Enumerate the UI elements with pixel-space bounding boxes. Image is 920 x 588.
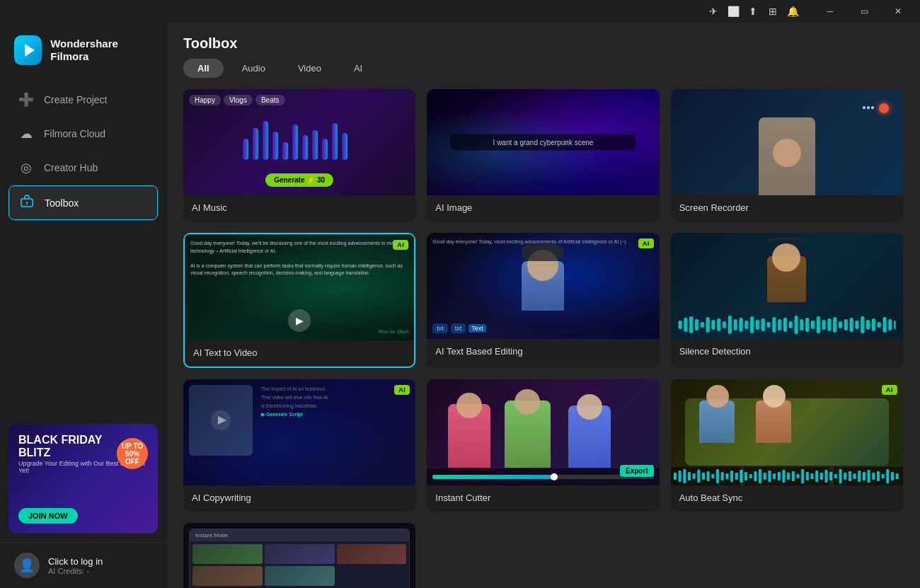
svg-rect-47 (861, 316, 864, 333)
svg-rect-48 (866, 320, 870, 330)
tool-thumb-silence-detection (671, 233, 903, 339)
tool-card-ai-music[interactable]: Happy Vlogs Beats (183, 89, 415, 221)
svg-rect-26 (744, 321, 748, 329)
filter-audio[interactable]: Audio (228, 59, 280, 78)
tag-happy: Happy (189, 95, 221, 105)
svg-rect-99 (877, 471, 880, 481)
music-visual (236, 117, 363, 174)
cyberpunk-prompt: I want a grand cyberpunk scene (450, 134, 636, 151)
svg-rect-67 (725, 473, 728, 479)
tool-card-ai-text-to-video[interactable]: AI Good day everyone! Today, we'll be di… (183, 233, 415, 368)
sidebar-item-create-project[interactable]: ➕ Create Project (8, 83, 158, 116)
cloud-icon[interactable]: ⬆ (746, 4, 760, 18)
svg-rect-39 (816, 316, 820, 333)
tool-thumb-ai-image: I want a grand cyberpunk scene (427, 89, 659, 195)
tool-label-screen-recorder: Screen Recorder (671, 195, 903, 221)
svg-rect-62 (702, 473, 705, 480)
svg-rect-32 (778, 319, 781, 330)
svg-rect-93 (849, 471, 851, 481)
close-button[interactable]: ✕ (882, 0, 914, 23)
tool-card-silence-detection[interactable]: Silence Detection (671, 233, 903, 368)
page-title: Toolbox (166, 23, 920, 59)
export-button: Export (620, 465, 654, 477)
svg-rect-37 (805, 318, 809, 332)
svg-rect-101 (886, 469, 889, 483)
svg-rect-23 (728, 316, 732, 334)
svg-rect-52 (888, 319, 892, 330)
ai-badge: AI (882, 385, 897, 395)
tool-thumb-instant-cutter: Export (427, 379, 659, 485)
svg-rect-38 (811, 321, 815, 329)
svg-rect-85 (810, 473, 813, 479)
svg-rect-30 (766, 322, 770, 328)
filter-all[interactable]: All (183, 59, 224, 78)
tag-vlogs: Vlogs (224, 95, 253, 105)
tool-card-screen-recorder[interactable]: ●●● Screen Recorder (671, 89, 903, 221)
sidebar-item-label: Creator Hub (44, 162, 98, 173)
svg-rect-95 (858, 471, 861, 482)
sidebar-user[interactable]: 👤 Click to log in AI Credits: - (0, 542, 166, 588)
svg-rect-12 (332, 123, 338, 160)
svg-rect-9 (302, 135, 308, 160)
svg-rect-58 (683, 469, 686, 483)
svg-rect-87 (820, 473, 823, 480)
music-tags: Happy Vlogs Beats (189, 95, 285, 105)
svg-rect-66 (720, 472, 723, 480)
filter-video[interactable]: Video (284, 59, 335, 78)
svg-rect-77 (773, 473, 776, 479)
tool-card-instant-cutter[interactable]: Export Instant Cutter (427, 379, 659, 512)
instant-mode-title-bar: Instant Mode (190, 529, 409, 541)
svg-rect-40 (822, 320, 825, 330)
tool-card-instant-mode[interactable]: Instant Mode Instant Mode (183, 523, 415, 588)
filter-ai[interactable]: AI (340, 59, 376, 78)
message-icon[interactable]: ⬜ (726, 4, 740, 18)
minimize-button[interactable]: ─ (814, 0, 846, 23)
black-friday-ad[interactable]: BLACK FRIDAY BLITZ Upgrade Your Editing … (8, 424, 158, 534)
svg-rect-42 (833, 317, 836, 333)
tool-card-auto-beat-sync[interactable]: AI (671, 379, 903, 512)
svg-rect-86 (815, 471, 818, 482)
cloud-nav-icon: ☁ (18, 126, 34, 142)
tool-card-ai-image[interactable]: I want a grand cyberpunk scene AI Image (427, 89, 659, 221)
copy-video-box (189, 385, 253, 456)
instant-mode-thumb-2 (265, 544, 335, 564)
tool-label-ai-music: AI Music (183, 195, 415, 221)
svg-rect-90 (834, 474, 837, 478)
svg-rect-102 (891, 472, 894, 480)
svg-rect-22 (723, 321, 726, 328)
svg-rect-82 (796, 474, 799, 478)
sidebar-item-toolbox[interactable]: Toolbox (8, 185, 158, 220)
tag-beats: Beats (255, 95, 285, 105)
svg-rect-24 (733, 319, 737, 330)
user-avatar: 👤 (14, 553, 40, 578)
svg-rect-56 (674, 473, 677, 480)
svg-rect-94 (853, 473, 856, 479)
svg-rect-68 (730, 471, 733, 482)
sidebar-item-filmora-cloud[interactable]: ☁ Filmora Cloud (8, 117, 158, 150)
maximize-button[interactable]: ▭ (848, 0, 880, 23)
svg-rect-19 (706, 317, 709, 333)
tool-card-ai-copywriting[interactable]: AI The impact of AI on business: T (183, 379, 415, 512)
svg-rect-41 (827, 318, 831, 331)
svg-rect-60 (692, 473, 695, 479)
tool-card-ai-text-based-editing[interactable]: AI txt txt (427, 233, 659, 368)
tool-label-ai-text-to-video: AI Text to Video (185, 340, 414, 367)
sidebar-item-label: Filmora Cloud (44, 128, 105, 139)
text-video-description: Good day everyone! Today, we'll be discu… (190, 240, 408, 277)
svg-rect-5 (263, 121, 268, 160)
grid-icon[interactable]: ⊞ (766, 4, 780, 18)
svg-rect-3 (243, 139, 248, 160)
ad-join-button[interactable]: JOIN NOW (18, 508, 78, 524)
create-project-icon: ➕ (18, 92, 34, 108)
user-info: Click to log in AI Credits: - (48, 556, 152, 575)
tool-label-ai-copywriting: AI Copywriting (183, 485, 415, 512)
svg-rect-53 (894, 321, 896, 329)
instant-mode-ui: Instant Mode (189, 529, 410, 588)
send-icon[interactable]: ✈ (706, 4, 720, 18)
svg-rect-44 (844, 319, 848, 330)
svg-rect-88 (824, 470, 827, 483)
bell-icon[interactable]: 🔔 (786, 4, 800, 18)
svg-rect-18 (700, 322, 703, 328)
tool-thumb-copywriting: AI The impact of AI on business: T (183, 379, 415, 485)
sidebar-item-creator-hub[interactable]: ◎ Creator Hub (8, 151, 158, 184)
